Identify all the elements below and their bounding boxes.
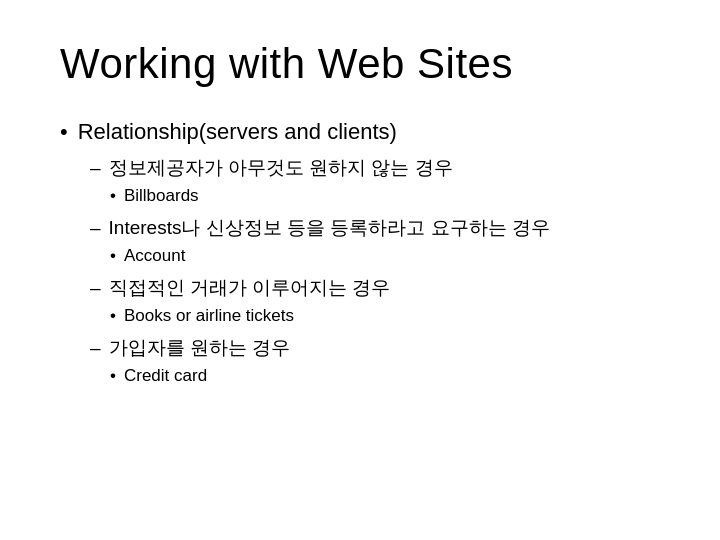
sub-sub-item-1-1: • Billboards: [110, 183, 660, 209]
sub-sub-item-2-1: • Account: [110, 243, 660, 269]
sub-item-2: – Interests나 신상정보 등을 등록하라고 요구하는 경우: [90, 215, 660, 242]
sub-item-4: – 가입자를 원하는 경우: [90, 335, 660, 362]
sub-sub-list-3: • Books or airline tickets: [110, 303, 660, 329]
dash-icon-2: –: [90, 215, 101, 242]
sub-sub-list-4: • Credit card: [110, 363, 660, 389]
sub-sub-item-4-1-text: Credit card: [124, 363, 207, 389]
main-item-text: Relationship(servers and clients): [78, 118, 397, 147]
content-area: • Relationship(servers and clients) – 정보…: [60, 118, 660, 500]
dash-icon-3: –: [90, 275, 101, 302]
sub-sub-item-1-1-text: Billboards: [124, 183, 199, 209]
sub-sub-item-3-1-text: Books or airline tickets: [124, 303, 294, 329]
sub-item-4-text: 가입자를 원하는 경우: [109, 335, 291, 362]
sub-bullet-icon: •: [110, 183, 116, 209]
sub-sub-item-4-1: • Credit card: [110, 363, 660, 389]
sub-sub-item-2-1-text: Account: [124, 243, 185, 269]
sub-bullet-icon-2: •: [110, 243, 116, 269]
sub-list: – 정보제공자가 아무것도 원하지 않는 경우 • Billboards – I…: [90, 155, 660, 393]
sub-item-3-container: – 직접적인 거래가 이루어지는 경우 • Books or airline t…: [90, 275, 660, 333]
sub-item-4-container: – 가입자를 원하는 경우 • Credit card: [90, 335, 660, 393]
sub-item-1: – 정보제공자가 아무것도 원하지 않는 경우: [90, 155, 660, 182]
slide: Working with Web Sites • Relationship(se…: [0, 0, 720, 540]
sub-bullet-icon-4: •: [110, 363, 116, 389]
dash-icon-1: –: [90, 155, 101, 182]
sub-bullet-icon-3: •: [110, 303, 116, 329]
sub-item-1-text: 정보제공자가 아무것도 원하지 않는 경우: [109, 155, 453, 182]
dash-icon-4: –: [90, 335, 101, 362]
sub-item-3: – 직접적인 거래가 이루어지는 경우: [90, 275, 660, 302]
sub-item-1-container: – 정보제공자가 아무것도 원하지 않는 경우 • Billboards: [90, 155, 660, 213]
main-bullet-icon: •: [60, 118, 68, 147]
slide-title: Working with Web Sites: [60, 40, 660, 88]
sub-sub-item-3-1: • Books or airline tickets: [110, 303, 660, 329]
sub-item-3-text: 직접적인 거래가 이루어지는 경우: [109, 275, 391, 302]
sub-sub-list-1: • Billboards: [110, 183, 660, 209]
sub-sub-list-2: • Account: [110, 243, 660, 269]
sub-item-2-container: – Interests나 신상정보 등을 등록하라고 요구하는 경우 • Acc…: [90, 215, 660, 273]
main-list-item: • Relationship(servers and clients): [60, 118, 660, 147]
sub-item-2-text: Interests나 신상정보 등을 등록하라고 요구하는 경우: [109, 215, 550, 242]
